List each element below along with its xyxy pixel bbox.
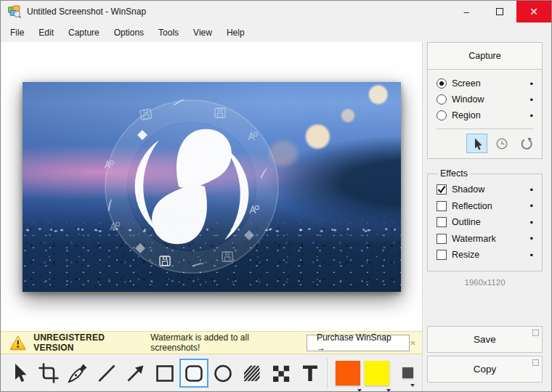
region-submenu-bullet[interactable]: •	[529, 110, 533, 121]
save-option-checkbox[interactable]	[532, 330, 539, 336]
unregistered-warning-bar: UNREGISTERED VERSION Watermark is added …	[1, 331, 422, 354]
outline-submenu-bullet[interactable]: •	[529, 217, 533, 228]
capture-mode-window[interactable]: Window •	[437, 91, 533, 107]
effect-outline[interactable]: Outline •	[437, 214, 533, 231]
secondary-color-swatch[interactable]	[365, 361, 389, 385]
maximize-button[interactable]	[483, 1, 516, 23]
ellipse-tool-button[interactable]	[208, 359, 238, 388]
rectangle-tool-button[interactable]	[150, 359, 179, 388]
timer-clock-icon	[495, 137, 508, 150]
pixelate-icon	[270, 362, 292, 384]
purchase-winsnap-button[interactable]: Purchase WinSnap →	[307, 335, 410, 351]
warning-close-icon[interactable]: ×	[410, 338, 415, 348]
toolbar-separator	[327, 358, 328, 388]
copy-option-checkbox[interactable]	[532, 359, 539, 366]
copy-button[interactable]: Copy	[427, 356, 543, 383]
line-icon	[96, 362, 118, 384]
capture-mode-region[interactable]: Region •	[437, 107, 533, 123]
line-width-dropdown-arrow[interactable]	[410, 384, 415, 387]
menu-capture[interactable]: Capture	[61, 24, 107, 41]
menu-options[interactable]: Options	[107, 24, 151, 41]
menu-help[interactable]: Help	[219, 24, 252, 41]
primary-color-swatch[interactable]	[336, 361, 360, 385]
menu-tools[interactable]: Tools	[151, 24, 186, 41]
select-tool-button[interactable]	[5, 359, 34, 388]
effects-panel: Effects Shadow • Reflection • Outline	[427, 168, 543, 271]
screen-radio[interactable]	[437, 78, 447, 89]
watermark-submenu-bullet[interactable]: •	[529, 233, 533, 244]
save-button[interactable]: Save	[427, 326, 543, 353]
effect-resize[interactable]: Resize •	[437, 247, 533, 264]
capture-panel: Capture Screen • Window • Region	[427, 42, 543, 159]
screen-label: Screen	[452, 78, 481, 89]
timer-capture-option-button[interactable]	[491, 134, 512, 153]
screen-submenu-bullet[interactable]: •	[529, 78, 533, 89]
repeat-capture-option-button[interactable]	[516, 134, 537, 153]
select-cursor-icon	[9, 362, 31, 384]
pixelate-tool-button[interactable]	[267, 359, 296, 388]
pen-tool-button[interactable]	[63, 359, 92, 388]
minimize-icon: –	[463, 7, 468, 17]
save-button-label: Save	[474, 334, 496, 345]
menu-view[interactable]: View	[186, 24, 219, 41]
resize-submenu-bullet[interactable]: •	[529, 250, 533, 261]
menu-file[interactable]: File	[3, 24, 31, 41]
line-tool-button[interactable]	[92, 359, 121, 388]
maximize-icon	[496, 8, 503, 15]
blur-tool-button[interactable]	[238, 359, 267, 388]
effect-watermark[interactable]: Watermark •	[437, 231, 533, 248]
close-button[interactable]: ✕	[516, 1, 551, 23]
text-tool-button[interactable]	[296, 359, 325, 388]
window-title: Untitled Screenshot - WinSnap	[27, 7, 146, 17]
arrow-tool-button[interactable]	[121, 359, 150, 388]
shadow-label: Shadow	[452, 184, 484, 195]
line-width-swatch[interactable]	[402, 367, 413, 378]
screenshot-preview[interactable]	[23, 82, 401, 292]
warning-title: UNREGISTERED VERSION	[33, 332, 144, 353]
cursor-capture-option-button[interactable]	[466, 134, 487, 153]
secondary-color-dropdown-arrow[interactable]	[386, 389, 391, 392]
reflection-submenu-bullet[interactable]: •	[529, 200, 533, 211]
effect-shadow[interactable]: Shadow •	[437, 181, 533, 198]
outline-checkbox[interactable]	[437, 217, 447, 227]
crop-icon	[38, 362, 60, 384]
capture-mode-screen[interactable]: Screen •	[437, 75, 533, 91]
shadow-submenu-bullet[interactable]: •	[529, 184, 533, 195]
region-radio[interactable]	[437, 110, 447, 121]
menu-edit[interactable]: Edit	[31, 24, 61, 41]
menu-bar: File Edit Capture Options Tools View Hel…	[1, 23, 551, 42]
region-label: Region	[452, 110, 481, 121]
shadow-checkbox[interactable]	[437, 184, 447, 195]
rounded-rectangle-tool-button[interactable]	[179, 359, 208, 388]
cursor-icon	[471, 137, 484, 150]
winsnap-window: Untitled Screenshot - WinSnap – ✕ File E…	[0, 0, 552, 392]
canvas-workspace[interactable]	[1, 42, 422, 331]
editor-column: UNREGISTERED VERSION Watermark is added …	[1, 42, 423, 391]
watermark-checkbox[interactable]	[437, 234, 447, 244]
window-submenu-bullet[interactable]: •	[529, 94, 533, 105]
checkmark-icon	[437, 185, 446, 194]
output-size-label: 1960x1120	[427, 278, 543, 287]
warning-message: Watermark is added to all screenshots!	[150, 332, 296, 353]
reflection-checkbox[interactable]	[437, 201, 447, 211]
capture-button[interactable]: Capture	[428, 43, 542, 70]
window-label: Window	[452, 94, 484, 105]
arrow-icon	[125, 362, 147, 384]
minimize-button[interactable]: –	[450, 1, 483, 23]
ellipse-icon	[212, 362, 234, 384]
outline-label: Outline	[452, 217, 481, 227]
resize-checkbox[interactable]	[437, 250, 447, 260]
hatch-blur-icon	[241, 362, 263, 384]
repeat-icon	[520, 137, 533, 150]
warning-icon	[9, 335, 26, 351]
pen-icon	[67, 362, 89, 384]
crop-tool-button[interactable]	[34, 359, 63, 388]
effects-panel-title: Effects	[438, 168, 470, 179]
rectangle-icon	[154, 362, 176, 384]
close-icon: ✕	[529, 6, 538, 17]
winsnap-watermark	[97, 92, 286, 281]
primary-color-dropdown-arrow[interactable]	[357, 389, 362, 392]
right-panel: Capture Screen • Window • Region	[423, 42, 551, 391]
window-radio[interactable]	[437, 94, 447, 105]
effect-reflection[interactable]: Reflection •	[437, 198, 533, 215]
